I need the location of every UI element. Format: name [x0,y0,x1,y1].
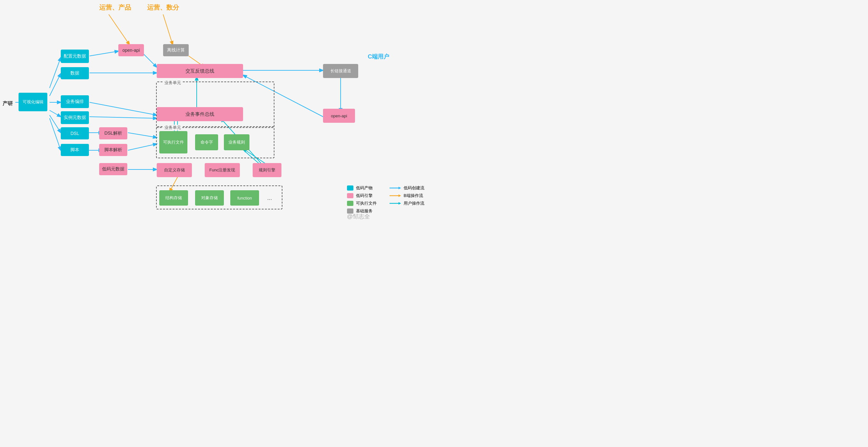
svg-line-1 [50,58,61,88]
node-ye-wu-shi-jian: 业务事件总线 [157,107,243,121]
node-di-ma-yuan: 低码元数据 [99,163,127,175]
legend-label-teal: 低码产物 [356,185,373,191]
legend-label-blue-arrow: 低码创建流 [404,185,425,191]
node-jiao-ben-jie-xi: 脚本解析 [99,144,127,156]
legend-item-blue-arrow: 低码创建流 [390,185,425,191]
node-open-api-b: open-api [118,44,144,56]
node-shu-ju: 数据 [61,67,89,79]
legend: 低码产物 低码创建流 低码引擎 B端操作流 可执行文件 [347,185,425,214]
node-more: ... [265,193,274,202]
label-ops-product: 运营、产品 [99,3,131,12]
svg-line-2 [50,73,61,96]
node-gui-ze-yin-qing: 规则引擎 [253,163,281,177]
svg-line-12 [128,133,157,137]
node-jiao-ben: 脚本 [61,144,89,156]
svg-line-5 [50,115,61,133]
diagram-container: 运营、产品 运营、数分 C端用户 [0,0,434,224]
watermark: @邹志全 [347,213,370,220]
node-chang-lian-jie: 长链接通道 [323,64,358,78]
legend-arrow-cyan [390,201,401,205]
legend-label-cyan-arrow: 用户操作流 [404,200,425,206]
label-ye-wu-dan-yuan-mid: 业务单元 [163,125,182,130]
svg-marker-31 [399,187,401,189]
legend-box-teal [347,186,353,191]
node-ke-zhi-xing: 可执行文件 [159,131,187,154]
legend-item-pink: 低码引擎 [347,193,377,198]
label-ops-data: 运营、数分 [147,3,179,12]
node-open-api-c: open-api [323,109,355,123]
node-jie-gou-cun: 结构存储 [159,190,188,205]
legend-item-cyan-arrow: 用户操作流 [390,200,425,206]
node-dsl-jie-xi: DSL解析 [99,127,127,139]
node-ke-shi-hua: 可视化编辑 [19,93,47,111]
node-jiao-hu: 交互反馈总线 [157,64,243,78]
svg-line-20 [109,14,129,45]
legend-label-yellow-arrow: B端操作流 [404,193,423,198]
node-shi-li-yuan: 实例元数据 [61,111,89,124]
node-zi-ding-yi: 自定义存储 [157,163,192,177]
legend-item-teal: 低码产物 [347,185,377,191]
node-dui-xiang-cun: 对象存储 [195,190,224,205]
svg-line-4 [50,110,61,117]
svg-line-10 [90,117,157,118]
node-ye-wu-pian-pai: 业务编排 [61,95,89,108]
node-function: function [230,190,259,205]
legend-item-yellow-arrow: B端操作流 [390,193,425,198]
legend-item-green: 可执行文件 [347,200,377,206]
svg-line-9 [90,102,157,115]
node-pei-zhi-yuan: 配置元数据 [61,50,89,63]
svg-line-14 [128,144,157,150]
label-ye-wu-dan-yuan-top: 业务单元 [163,80,182,86]
node-dsl: DSL [61,127,89,139]
svg-line-6 [50,118,61,150]
legend-label-pink: 低码引擎 [356,193,373,198]
legend-arrow-yellow [390,194,401,198]
legend-label-green: 可执行文件 [356,200,377,206]
node-ming-ling: 命令字 [195,134,218,150]
svg-line-7 [90,51,118,56]
svg-marker-33 [399,194,401,197]
legend-arrow-blue [390,186,401,190]
label-chan-yan: 产研 [2,98,14,110]
svg-line-21 [163,14,173,45]
svg-marker-35 [399,202,401,204]
node-li-xian: 离线计算 [163,44,189,56]
node-func-zhu-ce: Func注册发现 [205,163,240,177]
legend-box-green [347,201,353,206]
legend-box-pink [347,193,353,198]
c-user-label: C端用户 [368,53,389,60]
node-ye-wu-gui-ze: 业务规则 [224,134,249,150]
